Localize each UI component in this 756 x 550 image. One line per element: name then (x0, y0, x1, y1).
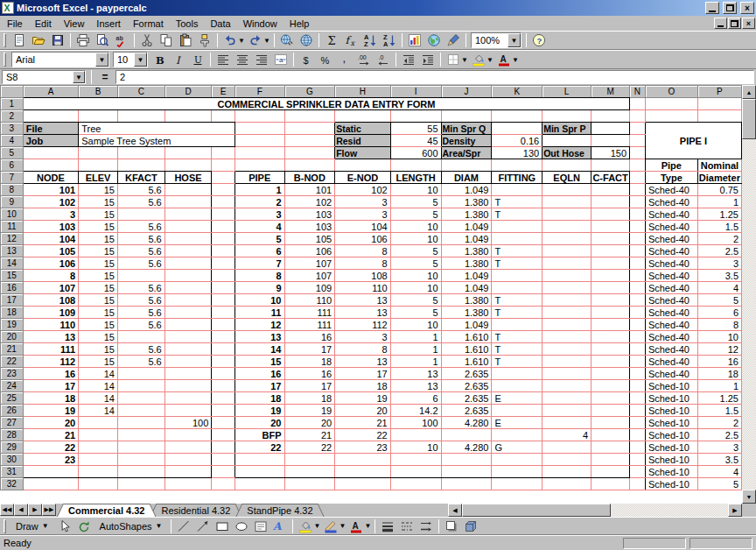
cell-A12[interactable]: 104 (23, 233, 78, 245)
paste-button[interactable] (176, 32, 195, 49)
cell-N17[interactable] (630, 294, 646, 307)
cell-M14[interactable] (592, 257, 630, 270)
cell-H5[interactable]: Flow (335, 147, 391, 159)
cell-H19[interactable]: 112 (335, 319, 391, 331)
cell-M26[interactable] (592, 405, 630, 417)
cell-A10[interactable]: 3 (23, 208, 78, 221)
cell-D13[interactable] (164, 245, 212, 257)
cell-P17[interactable]: 5 (697, 294, 741, 307)
draw-select-objects-button[interactable] (55, 518, 74, 534)
draw-oval-button[interactable] (232, 518, 251, 534)
cell-M30[interactable] (592, 454, 630, 466)
cell-H11[interactable]: 104 (335, 221, 391, 233)
cell-L6[interactable] (542, 159, 592, 172)
cell-F30[interactable] (235, 454, 285, 466)
cell-K26[interactable] (492, 405, 542, 417)
cell-J23[interactable]: 2.635 (441, 368, 492, 380)
workbook-close-button[interactable]: × (742, 18, 755, 29)
merge-center-button[interactable]: a (271, 51, 290, 68)
cell-K32[interactable] (492, 478, 542, 490)
cell-C16[interactable]: 5.6 (117, 282, 164, 294)
cell-J6[interactable] (441, 159, 492, 172)
cell-F6[interactable] (235, 159, 285, 172)
draw-line-button[interactable] (174, 518, 193, 534)
cell-F5[interactable] (235, 147, 285, 159)
cell-H18[interactable]: 13 (335, 307, 391, 319)
cell-K3[interactable] (492, 123, 542, 135)
cell-K30[interactable] (492, 454, 542, 466)
cell-L30[interactable] (542, 454, 592, 466)
fill-color-dropdown[interactable]: ▼ (486, 51, 494, 68)
horizontal-scrollbar[interactable]: ◀ ▶ (448, 504, 742, 517)
cell-E6[interactable] (212, 159, 235, 172)
cell-B25[interactable]: 14 (79, 392, 118, 405)
cell-M19[interactable] (592, 319, 630, 331)
cell-F29[interactable]: 22 (235, 441, 285, 454)
cell-O26[interactable]: Sched-10 (645, 405, 697, 417)
cell-H29[interactable]: 23 (335, 441, 391, 454)
cell-L2[interactable] (542, 110, 592, 123)
cell-F25[interactable]: 18 (235, 392, 285, 405)
format-painter-button[interactable] (195, 32, 214, 49)
cell-N6[interactable] (630, 159, 646, 172)
cell-I17[interactable]: 5 (390, 294, 441, 307)
cell-G8[interactable]: 101 (284, 184, 335, 196)
cell-A31[interactable] (23, 466, 78, 478)
cell-D19[interactable] (164, 319, 212, 331)
column-header-J[interactable]: J (441, 86, 492, 98)
cell-K23[interactable] (492, 368, 542, 380)
cell-I29[interactable]: 10 (390, 441, 441, 454)
cell-B13[interactable]: 15 (79, 245, 118, 257)
cell-H6[interactable] (335, 159, 391, 172)
currency-button[interactable]: $ (297, 51, 316, 68)
formula-input[interactable]: 2 (116, 70, 754, 84)
cell-F2[interactable] (235, 110, 285, 123)
cell-G18[interactable]: 111 (284, 307, 335, 319)
vertical-scroll-thumb[interactable] (742, 99, 756, 139)
cell-D24[interactable] (164, 380, 212, 392)
autosum-button[interactable]: Σ (322, 32, 341, 49)
cell-A8[interactable]: 101 (23, 184, 78, 196)
cell-J2[interactable] (441, 110, 492, 123)
cell-H2[interactable] (335, 110, 391, 123)
cell-F11[interactable]: 4 (235, 221, 285, 233)
cell-E2[interactable] (212, 110, 235, 123)
new-button[interactable] (10, 32, 29, 49)
toolbar-grip[interactable] (4, 53, 6, 67)
cell-J31[interactable] (441, 466, 492, 478)
cell-L11[interactable] (542, 221, 592, 233)
cell-A25[interactable]: 18 (23, 392, 78, 405)
cell-N2[interactable] (630, 110, 646, 123)
cell-A3[interactable]: File (23, 123, 78, 135)
cell-J28[interactable] (441, 429, 492, 441)
draw-arrow-button[interactable] (193, 518, 213, 534)
row-header-9[interactable]: 9 (1, 196, 24, 208)
cell-E23[interactable] (212, 368, 235, 380)
cell-L31[interactable] (542, 466, 592, 478)
cell-E7[interactable] (212, 172, 235, 184)
cell-L15[interactable] (542, 270, 592, 282)
align-center-button[interactable] (233, 51, 252, 68)
cell-J14[interactable]: 1.380 (441, 257, 492, 270)
cell-C25[interactable] (117, 392, 164, 405)
web-toolbar-button[interactable] (297, 32, 316, 49)
font-size-combo[interactable]: 10 ▼ (113, 52, 148, 67)
cell-N12[interactable] (630, 233, 646, 245)
cell-I32[interactable] (390, 478, 441, 490)
cell-L4[interactable] (542, 135, 592, 147)
cell-A29[interactable]: 22 (23, 441, 78, 454)
cell-O1[interactable] (645, 98, 697, 110)
cell-D8[interactable] (164, 184, 212, 196)
cell-G14[interactable]: 107 (284, 257, 335, 270)
column-header-D[interactable]: D (164, 86, 212, 98)
cell-D16[interactable] (164, 282, 212, 294)
cell-C24[interactable] (117, 380, 164, 392)
cell-M21[interactable] (592, 343, 630, 356)
row-header-23[interactable]: 23 (1, 368, 24, 380)
cell-G26[interactable]: 19 (284, 405, 335, 417)
cell-L7[interactable]: EQLN (542, 172, 592, 184)
cell-A15[interactable]: 8 (23, 270, 78, 282)
cell-D30[interactable] (164, 454, 212, 466)
cell-E24[interactable] (212, 380, 235, 392)
menu-file[interactable]: File (1, 18, 29, 30)
